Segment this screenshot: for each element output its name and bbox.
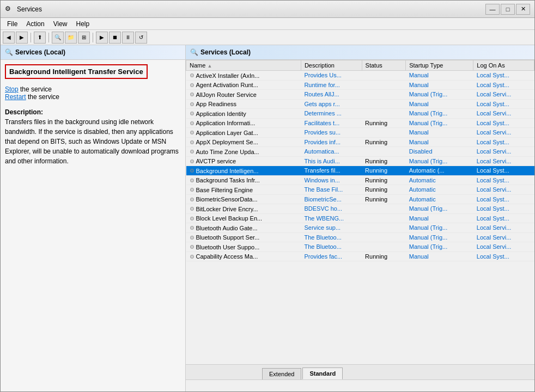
cell-name: ⚙Block Level Backup En... [186, 213, 301, 223]
cell-logon: Local Servi... [473, 223, 534, 233]
cell-logon: Local Servi... [473, 128, 534, 138]
tab-extended[interactable]: Extended [262, 368, 301, 379]
table-row[interactable]: ⚙Agent Activation Runt...Runtime for...M… [186, 80, 534, 90]
left-panel-header: 🔍 Services (Local) [1, 45, 185, 60]
cell-startup: Manual [406, 71, 473, 81]
cell-description: Gets apps r... [301, 99, 362, 109]
right-panel: 🔍 Services (Local) Name ▲ Description [186, 45, 534, 391]
table-row[interactable]: ⚙Background Tasks Infr...Windows in...Ru… [186, 175, 534, 185]
cell-logon: Local Syst... [473, 175, 534, 185]
cell-name: ⚙AVCTP service [186, 156, 301, 166]
up-button[interactable]: ⬆ [34, 32, 46, 44]
table-row[interactable]: ⚙Application IdentityDetermines ...Manua… [186, 109, 534, 119]
table-row[interactable]: ⚙Application Layer Gat...Provides su...M… [186, 128, 534, 138]
folders-button[interactable]: 📁 [65, 32, 77, 44]
cell-status [362, 109, 406, 119]
stop-button[interactable]: ⏹ [109, 32, 121, 44]
table-row[interactable]: ⚙Base Filtering EngineThe Base Fil...Run… [186, 185, 534, 195]
cell-status [362, 232, 406, 242]
col-header-startup[interactable]: Startup Type [406, 60, 473, 71]
services-table-container[interactable]: Name ▲ Description Status Startup Type [186, 60, 534, 364]
cell-startup: Manual [406, 99, 473, 109]
table-row[interactable]: ⚙App ReadinessGets apps r...ManualLocal … [186, 99, 534, 109]
menu-view[interactable]: View [49, 19, 72, 29]
cell-description: Windows in... [301, 175, 362, 185]
forward-button[interactable]: ▶ [16, 32, 28, 44]
table-row[interactable]: ⚙AllJoyn Router ServiceRoutes AllJ...Man… [186, 90, 534, 100]
stop-text: the service [19, 85, 52, 93]
table-header: Name ▲ Description Status Startup Type [186, 60, 534, 71]
table-row[interactable]: ⚙Auto Time Zone Upda...Automatica...Disa… [186, 147, 534, 157]
cell-logon: Local Syst... [473, 137, 534, 147]
search-button[interactable]: 🔍 [52, 32, 64, 44]
cell-status [362, 71, 406, 81]
cell-name: ⚙Capability Access Ma... [186, 252, 301, 261]
restart-link[interactable]: Restart [5, 93, 26, 101]
cell-startup: Automatic [406, 175, 473, 185]
table-row[interactable]: ⚙Bluetooth User Suppo...The Bluetoo...Ma… [186, 242, 534, 252]
pause-button[interactable]: ⏸ [122, 32, 134, 44]
table-row[interactable]: ⚙Bluetooth Support Ser...The Bluetoo...M… [186, 232, 534, 242]
cell-name: ⚙BiometricSensorData... [186, 194, 301, 204]
back-button[interactable]: ◀ [3, 32, 15, 44]
table-row[interactable]: ⚙BitLocker Drive Encry...BDESVC ho...Man… [186, 204, 534, 214]
toolbar-separator-3 [93, 33, 93, 42]
tab-standard[interactable]: Standard [302, 367, 343, 379]
views-button[interactable]: ⊞ [78, 32, 90, 44]
cell-description: The WBENG... [301, 213, 362, 223]
cell-logon: Local Syst... [473, 118, 534, 128]
menu-action[interactable]: Action [22, 19, 48, 29]
table-row[interactable]: ⚙Block Level Backup En...The WBENG...Man… [186, 213, 534, 223]
table-row[interactable]: ⚙Background Intelligen...Transfers fil..… [186, 166, 534, 176]
table-row[interactable]: ⚙Application Informati...Facilitates t..… [186, 118, 534, 128]
services-rows: ⚙ActiveX Installer (AxIn...Provides Us..… [186, 71, 534, 261]
cell-startup: Manual (Trig... [406, 90, 473, 100]
cell-description: Determines ... [301, 109, 362, 119]
stop-link[interactable]: Stop [5, 85, 19, 93]
cell-status [362, 223, 406, 233]
window-title: Services [17, 5, 485, 13]
left-panel-body: Background Intelligent Transfer Service … [1, 60, 185, 391]
cell-startup: Disabled [406, 147, 473, 157]
cell-name: ⚙AllJoyn Router Service [186, 90, 301, 100]
minimize-button[interactable]: — [485, 4, 500, 15]
cell-name: ⚙Application Identity [186, 109, 301, 119]
cell-startup: Manual (Trig... [406, 232, 473, 242]
col-header-description[interactable]: Description [301, 60, 362, 71]
cell-name: ⚙Background Intelligen... [186, 166, 301, 176]
menu-file[interactable]: File [3, 19, 22, 29]
cell-status [362, 99, 406, 109]
cell-logon: Local Servi... [473, 90, 534, 100]
table-row[interactable]: ⚙Bluetooth Audio Gate...Service sup...Ma… [186, 223, 534, 233]
cell-logon: Local Servi... [473, 185, 534, 195]
cell-name: ⚙Background Tasks Infr... [186, 175, 301, 185]
play-button[interactable]: ▶ [96, 32, 108, 44]
cell-description: Runtime for... [301, 80, 362, 90]
col-header-logon[interactable]: Log On As [473, 60, 534, 71]
cell-startup: Manual [406, 137, 473, 147]
close-button[interactable]: ✕ [516, 4, 530, 15]
right-panel-header: 🔍 Services (Local) [186, 45, 534, 60]
restart-button[interactable]: ↺ [135, 32, 147, 44]
table-row[interactable]: ⚙Capability Access Ma...Provides fac...R… [186, 252, 534, 261]
cell-status [362, 147, 406, 157]
cell-logon: Local Servi... [473, 232, 534, 242]
table-row[interactable]: ⚙AVCTP serviceThis is Audi...RunningManu… [186, 156, 534, 166]
cell-name: ⚙Base Filtering Engine [186, 185, 301, 195]
menu-help[interactable]: Help [72, 19, 94, 29]
cell-description: The Bluetoo... [301, 242, 362, 252]
col-header-status[interactable]: Status [362, 60, 406, 71]
cell-description: The Base Fil... [301, 185, 362, 195]
cell-logon: Local Servi... [473, 156, 534, 166]
table-row[interactable]: ⚙AppX Deployment Se...Provides inf...Run… [186, 137, 534, 147]
maximize-button[interactable]: □ [501, 4, 515, 15]
col-header-name[interactable]: Name ▲ [186, 60, 301, 71]
table-row[interactable]: ⚙ActiveX Installer (AxIn...Provides Us..… [186, 71, 534, 81]
right-panel-title: Services (Local) [200, 48, 251, 56]
description-text: Transfers files in the background using … [5, 118, 179, 165]
table-row[interactable]: ⚙BiometricSensorData...BiometricSe...Run… [186, 194, 534, 204]
cell-startup: Manual (Trig... [406, 109, 473, 119]
cell-description: Facilitates t... [301, 118, 362, 128]
cell-startup: Manual (Trig... [406, 156, 473, 166]
cell-status [362, 80, 406, 90]
